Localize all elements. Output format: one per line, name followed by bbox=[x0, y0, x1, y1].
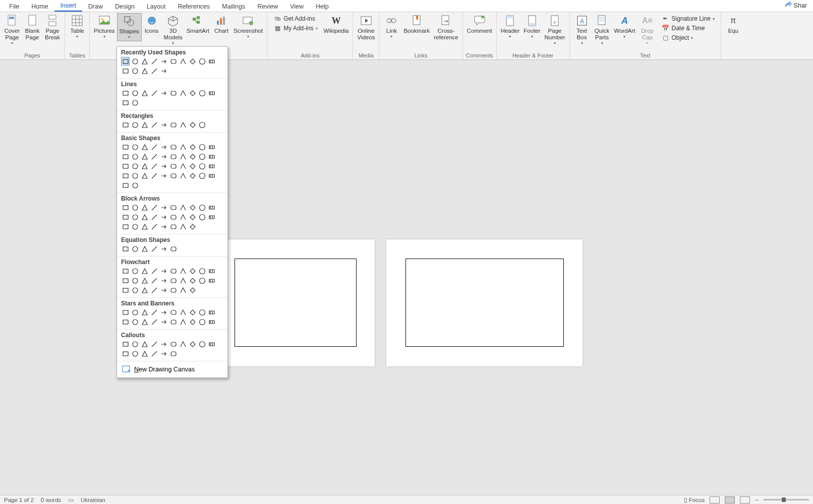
shape-basic-29[interactable] bbox=[207, 162, 216, 170]
shape-basic-8[interactable] bbox=[198, 143, 206, 151]
shape-basic-40[interactable] bbox=[121, 181, 130, 190]
shape-recent-14[interactable] bbox=[159, 67, 168, 75]
shape-line-2[interactable] bbox=[140, 89, 149, 97]
shape-basic-37[interactable] bbox=[188, 171, 197, 180]
page-number-button[interactable]: # Page Number▾ bbox=[543, 13, 567, 47]
spellcheck-icon[interactable]: ▭ bbox=[68, 496, 74, 503]
focus-mode[interactable]: ▯ Focus bbox=[684, 496, 705, 503]
object-button[interactable]: ▢Object ▾ bbox=[659, 33, 716, 42]
tab-layout[interactable]: Layout bbox=[141, 2, 172, 12]
shape-star-7[interactable] bbox=[188, 308, 197, 317]
shape-arrow-11[interactable] bbox=[131, 213, 139, 221]
shape-line-3[interactable] bbox=[150, 89, 158, 97]
shape-recent-13[interactable] bbox=[150, 67, 158, 75]
cross-reference-button[interactable]: Cross- reference bbox=[432, 13, 460, 42]
shape-arrow-13[interactable] bbox=[150, 213, 158, 221]
shape-flow-9[interactable] bbox=[207, 267, 216, 275]
tab-home[interactable]: Home bbox=[25, 2, 54, 12]
shape-star-2[interactable] bbox=[140, 308, 149, 317]
shape-basic-36[interactable] bbox=[179, 171, 187, 180]
shape-star-6[interactable] bbox=[179, 308, 187, 317]
shape-recent-3[interactable] bbox=[150, 57, 158, 66]
shape-arrow-16[interactable] bbox=[179, 213, 187, 221]
shape-line-8[interactable] bbox=[198, 89, 206, 97]
shape-flow-16[interactable] bbox=[179, 276, 187, 285]
shape-rect-7[interactable] bbox=[188, 120, 197, 129]
shape-flow-22[interactable] bbox=[140, 286, 149, 294]
shape-basic-11[interactable] bbox=[131, 152, 139, 161]
shape-recent-1[interactable] bbox=[131, 57, 139, 66]
equation-button[interactable]: π Equ bbox=[723, 13, 743, 36]
shape-flow-23[interactable] bbox=[150, 286, 158, 294]
shape-basic-10[interactable] bbox=[121, 152, 130, 161]
share-button[interactable]: Shar bbox=[782, 0, 810, 12]
shape-basic-25[interactable] bbox=[169, 162, 178, 170]
new-drawing-canvas[interactable]: A New Drawing Canvas bbox=[117, 361, 227, 377]
shape-star-17[interactable] bbox=[188, 318, 197, 326]
shapes-button[interactable]: Shapes▾ bbox=[117, 13, 142, 41]
wordart-button[interactable]: A WordArt▾ bbox=[612, 13, 637, 40]
shape-rect-1[interactable] bbox=[131, 120, 139, 129]
shape-flow-18[interactable] bbox=[198, 276, 206, 285]
shape-eq-0[interactable] bbox=[121, 244, 130, 253]
shape-arrow-20[interactable] bbox=[121, 222, 130, 231]
shape-line-4[interactable] bbox=[159, 89, 168, 97]
shape-star-14[interactable] bbox=[159, 318, 168, 326]
shape-recent-9[interactable] bbox=[207, 57, 216, 66]
shape-callout-1[interactable] bbox=[131, 340, 139, 348]
shape-basic-3[interactable] bbox=[150, 143, 158, 151]
shape-basic-5[interactable] bbox=[169, 143, 178, 151]
rectangle-shape[interactable] bbox=[235, 259, 357, 347]
status-language[interactable]: Ukrainian bbox=[81, 497, 105, 503]
icons-button[interactable]: Icons bbox=[142, 13, 162, 36]
shape-basic-26[interactable] bbox=[179, 162, 187, 170]
shape-flow-2[interactable] bbox=[140, 267, 149, 275]
shape-recent-7[interactable] bbox=[188, 57, 197, 66]
shape-star-16[interactable] bbox=[179, 318, 187, 326]
shape-flow-27[interactable] bbox=[188, 286, 197, 294]
date-time-button[interactable]: 📅Date & Time bbox=[659, 24, 716, 33]
tab-view[interactable]: View bbox=[284, 2, 310, 12]
shape-basic-20[interactable] bbox=[121, 162, 130, 170]
shape-line-5[interactable] bbox=[169, 89, 178, 97]
shape-recent-12[interactable] bbox=[140, 67, 149, 75]
shape-flow-20[interactable] bbox=[121, 286, 130, 294]
shape-arrow-8[interactable] bbox=[198, 203, 206, 212]
quick-parts-button[interactable]: Quick Parts▾ bbox=[592, 13, 612, 47]
footer-button[interactable]: Footer▾ bbox=[521, 13, 542, 40]
shape-arrow-15[interactable] bbox=[169, 213, 178, 221]
drop-cap-button[interactable]: A≡ Drop Cap▾ bbox=[637, 13, 657, 47]
my-addins-button[interactable]: ▦My Add-ins ▾ bbox=[271, 24, 319, 33]
shape-star-11[interactable] bbox=[131, 318, 139, 326]
status-page[interactable]: Page 1 of 2 bbox=[4, 497, 34, 503]
shape-flow-24[interactable] bbox=[159, 286, 168, 294]
shape-flow-8[interactable] bbox=[198, 267, 206, 275]
shape-flow-15[interactable] bbox=[169, 276, 178, 285]
shape-flow-21[interactable] bbox=[131, 286, 139, 294]
shape-basic-21[interactable] bbox=[131, 162, 139, 170]
shape-flow-5[interactable] bbox=[169, 267, 178, 275]
shape-eq-3[interactable] bbox=[150, 244, 158, 253]
shape-arrow-2[interactable] bbox=[140, 203, 149, 212]
table-button[interactable]: Table▾ bbox=[67, 13, 87, 40]
shape-recent-0[interactable] bbox=[121, 57, 130, 66]
shape-flow-4[interactable] bbox=[159, 267, 168, 275]
online-videos-button[interactable]: Online Videos bbox=[355, 13, 377, 42]
shape-callout-9[interactable] bbox=[207, 340, 216, 348]
shape-basic-33[interactable] bbox=[150, 171, 158, 180]
header-button[interactable]: Header▾ bbox=[499, 13, 522, 40]
comment-button[interactable]: + Comment bbox=[465, 13, 494, 36]
shape-callout-4[interactable] bbox=[159, 340, 168, 348]
page-break-button[interactable]: Page Break bbox=[42, 13, 63, 42]
shape-flow-3[interactable] bbox=[150, 267, 158, 275]
page-2[interactable] bbox=[386, 239, 583, 366]
shape-line-1[interactable] bbox=[131, 89, 139, 97]
shape-star-0[interactable] bbox=[121, 308, 130, 317]
shape-callout-5[interactable] bbox=[169, 340, 178, 348]
shape-arrow-18[interactable] bbox=[198, 213, 206, 221]
shape-rect-0[interactable] bbox=[121, 120, 130, 129]
shape-eq-5[interactable] bbox=[169, 244, 178, 253]
shape-callout-12[interactable] bbox=[140, 349, 149, 358]
shape-rect-6[interactable] bbox=[179, 120, 187, 129]
shape-basic-30[interactable] bbox=[121, 171, 130, 180]
